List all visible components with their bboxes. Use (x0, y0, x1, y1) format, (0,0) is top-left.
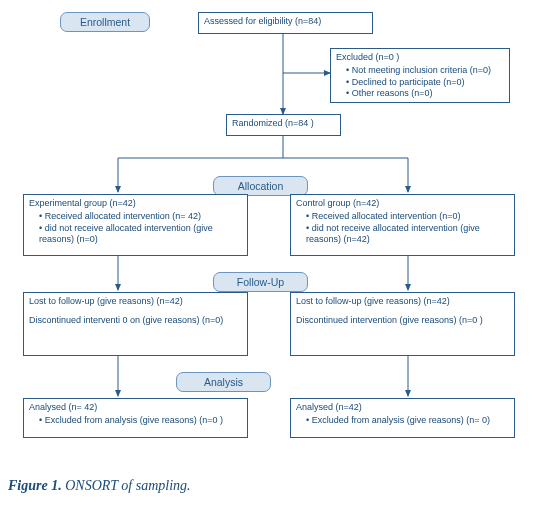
box-alloc-control: Control group (n=42) Received allocated … (290, 194, 515, 256)
phase-followup: Follow-Up (213, 272, 308, 292)
box-excluded: Excluded (n=0 ) Not meeting inclusion cr… (330, 48, 510, 103)
box-alloc-exp-item: did not receive allocated intervention (… (39, 223, 242, 246)
box-alloc-ctrl-item: did not receive allocated intervention (… (306, 223, 509, 246)
phase-analysis: Analysis (176, 372, 271, 392)
phase-enrollment-label: Enrollment (80, 16, 130, 28)
phase-enrollment: Enrollment (60, 12, 150, 32)
box-assessed-text: Assessed for eligibility (n=84) (204, 16, 321, 26)
figure-label: Figure 1. (8, 478, 62, 493)
phase-followup-label: Follow-Up (237, 276, 284, 288)
box-fu-ctrl-line1: Lost to follow-up (give reasons) (n=42) (296, 296, 509, 307)
box-assessed: Assessed for eligibility (n=84) (198, 12, 373, 34)
box-an-ctrl-title: Analysed (n=42) (296, 402, 362, 412)
box-an-exp-title: Analysed (n= 42) (29, 402, 97, 412)
box-excluded-title: Excluded (n=0 ) (336, 52, 399, 62)
consort-flow-diagram: Enrollment Assessed for eligibility (n=8… (8, 8, 530, 468)
box-followup-control: Lost to follow-up (give reasons) (n=42) … (290, 292, 515, 356)
box-excluded-item: Not meeting inclusion criteria (n=0) (346, 65, 504, 76)
box-an-ctrl-item: Excluded from analysis (give reasons) (n… (306, 415, 509, 426)
box-randomized-text: Randomized (n=84 ) (232, 118, 314, 128)
figure-caption-text: ONSORT of sampling. (62, 478, 191, 493)
box-excluded-item: Other reasons (n=0) (346, 88, 504, 99)
box-excluded-item: Declined to participate (n=0) (346, 77, 504, 88)
box-alloc-experimental: Experimental group (n=42) Received alloc… (23, 194, 248, 256)
phase-analysis-label: Analysis (204, 376, 243, 388)
box-alloc-exp-item: Received allocated intervention (n= 42) (39, 211, 242, 222)
box-fu-ctrl-line2: Discontinued intervention (give reasons)… (296, 315, 509, 326)
box-alloc-exp-title: Experimental group (n=42) (29, 198, 136, 208)
box-an-exp-item: Excluded from analysis (give reasons) (n… (39, 415, 242, 426)
box-analysis-control: Analysed (n=42) Excluded from analysis (… (290, 398, 515, 438)
box-fu-exp-line1: Lost to follow-up (give reasons) (n=42) (29, 296, 242, 307)
figure-caption: Figure 1. ONSORT of sampling. (8, 478, 530, 494)
box-followup-experimental: Lost to follow-up (give reasons) (n=42) … (23, 292, 248, 356)
box-randomized: Randomized (n=84 ) (226, 114, 341, 136)
phase-allocation: Allocation (213, 176, 308, 196)
phase-allocation-label: Allocation (238, 180, 284, 192)
box-analysis-experimental: Analysed (n= 42) Excluded from analysis … (23, 398, 248, 438)
box-alloc-ctrl-title: Control group (n=42) (296, 198, 379, 208)
box-alloc-ctrl-item: Received allocated intervention (n=0) (306, 211, 509, 222)
box-fu-exp-line2: Discontinued interventi 0 on (give reaso… (29, 315, 242, 326)
